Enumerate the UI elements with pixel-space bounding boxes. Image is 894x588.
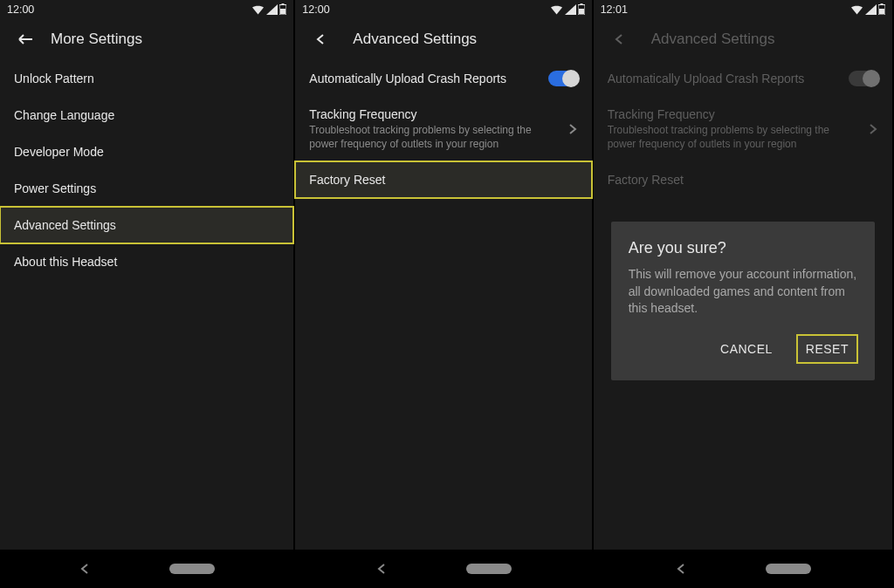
row-tracking-frequency[interactable]: Tracking Frequency Troubleshoot tracking… xyxy=(295,97,591,161)
page-title: More Settings xyxy=(51,31,142,48)
back-button[interactable] xyxy=(306,24,335,54)
status-icons xyxy=(550,3,585,15)
row-label: Factory Reset xyxy=(608,173,684,187)
row-label: About this Headset xyxy=(14,255,117,269)
svg-rect-7 xyxy=(881,3,884,5)
nav-back-icon[interactable] xyxy=(79,563,91,575)
row-label: Change Language xyxy=(14,108,114,122)
cancel-button[interactable]: CANCEL xyxy=(712,335,781,363)
row-text: Tracking Frequency Troubleshoot tracking… xyxy=(309,107,567,151)
wifi-icon xyxy=(850,4,863,15)
dialog-actions: CANCEL RESET xyxy=(629,335,857,363)
chevron-left-icon xyxy=(314,33,327,45)
row-label: Unlock Pattern xyxy=(14,72,94,85)
row-factory-reset[interactable]: Factory Reset xyxy=(295,161,591,198)
status-icons xyxy=(251,3,286,15)
svg-rect-2 xyxy=(280,9,285,14)
status-time: 12:00 xyxy=(7,3,34,16)
reset-button[interactable]: RESET xyxy=(797,335,857,363)
row-advanced-settings[interactable]: Advanced Settings xyxy=(0,207,293,243)
settings-list: Unlock Pattern Change Language Developer… xyxy=(0,60,293,550)
signal-icon xyxy=(565,4,576,15)
status-time: 12:00 xyxy=(302,3,329,16)
row-label: Factory Reset xyxy=(309,173,385,187)
row-unlock-pattern[interactable]: Unlock Pattern xyxy=(0,60,293,97)
header: Advanced Settings xyxy=(295,18,591,60)
row-subtitle: Troubleshoot tracking problems by select… xyxy=(309,123,558,151)
nav-back-icon[interactable] xyxy=(375,563,388,575)
row-label: Automatically Upload Crash Reports xyxy=(608,72,805,85)
chevron-right-icon xyxy=(567,123,578,135)
svg-rect-5 xyxy=(579,9,584,14)
row-label: Power Settings xyxy=(14,181,96,195)
row-label: Tracking Frequency xyxy=(608,107,859,121)
android-navbar xyxy=(0,550,293,588)
android-navbar xyxy=(594,550,892,588)
svg-rect-8 xyxy=(879,9,884,14)
row-text: Tracking Frequency Troubleshoot tracking… xyxy=(608,107,868,151)
back-button[interactable] xyxy=(10,24,40,54)
status-icons xyxy=(850,3,885,15)
status-bar: 12:01 xyxy=(594,0,892,18)
nav-home-pill[interactable] xyxy=(766,564,811,574)
back-button[interactable] xyxy=(604,24,634,54)
crash-reports-toggle[interactable] xyxy=(548,71,578,86)
nav-back-icon[interactable] xyxy=(675,563,687,575)
battery-icon xyxy=(878,3,885,15)
svg-rect-4 xyxy=(580,3,582,5)
svg-rect-1 xyxy=(282,3,285,5)
row-developer-mode[interactable]: Developer Mode xyxy=(0,133,293,170)
toggle-knob xyxy=(863,70,880,87)
row-label: Developer Mode xyxy=(14,145,104,159)
signal-icon xyxy=(266,4,278,15)
row-power-settings[interactable]: Power Settings xyxy=(0,170,293,207)
row-about-headset[interactable]: About this Headset xyxy=(0,243,293,280)
dialog-title: Are you sure? xyxy=(629,239,857,257)
row-subtitle: Troubleshoot tracking problems by select… xyxy=(608,123,859,151)
header: Advanced Settings xyxy=(594,18,892,60)
chevron-left-icon xyxy=(613,33,625,45)
page-title: Advanced Settings xyxy=(353,31,477,48)
wifi-icon xyxy=(251,4,265,15)
header: More Settings xyxy=(0,18,293,60)
panel-more-settings: 12:00 More Settings Unlock Pattern Chang… xyxy=(0,0,293,588)
page-title: Advanced Settings xyxy=(651,31,775,48)
crash-reports-toggle xyxy=(849,71,878,86)
battery-icon xyxy=(578,3,585,15)
arrow-left-icon xyxy=(17,31,34,48)
status-time: 12:01 xyxy=(601,3,628,16)
status-bar: 12:00 xyxy=(0,0,293,18)
signal-icon xyxy=(865,4,877,15)
row-label: Automatically Upload Crash Reports xyxy=(309,72,506,85)
status-bar: 12:00 xyxy=(295,0,591,18)
row-label: Tracking Frequency xyxy=(309,107,558,121)
toggle-knob xyxy=(562,70,580,87)
nav-home-pill[interactable] xyxy=(169,564,215,574)
android-navbar xyxy=(295,550,591,588)
row-change-language[interactable]: Change Language xyxy=(0,97,293,133)
nav-home-pill[interactable] xyxy=(466,564,512,574)
row-tracking-frequency: Tracking Frequency Troubleshoot tracking… xyxy=(594,97,892,161)
confirm-dialog: Are you sure? This will remove your acco… xyxy=(611,222,875,380)
panel-factory-reset-dialog: 12:01 Advanced Settings Automatically Up… xyxy=(594,0,892,588)
panel-advanced-settings: 12:00 Advanced Settings Automatically Up… xyxy=(295,0,591,588)
wifi-icon xyxy=(550,4,563,15)
settings-list: Automatically Upload Crash Reports Track… xyxy=(295,60,591,550)
chevron-right-icon xyxy=(868,123,878,135)
row-crash-reports: Automatically Upload Crash Reports xyxy=(594,60,892,97)
row-crash-reports[interactable]: Automatically Upload Crash Reports xyxy=(295,60,591,97)
row-label: Advanced Settings xyxy=(14,218,116,232)
dialog-body: This will remove your account informatio… xyxy=(629,266,857,318)
row-factory-reset: Factory Reset xyxy=(594,161,892,198)
battery-icon xyxy=(279,3,286,15)
